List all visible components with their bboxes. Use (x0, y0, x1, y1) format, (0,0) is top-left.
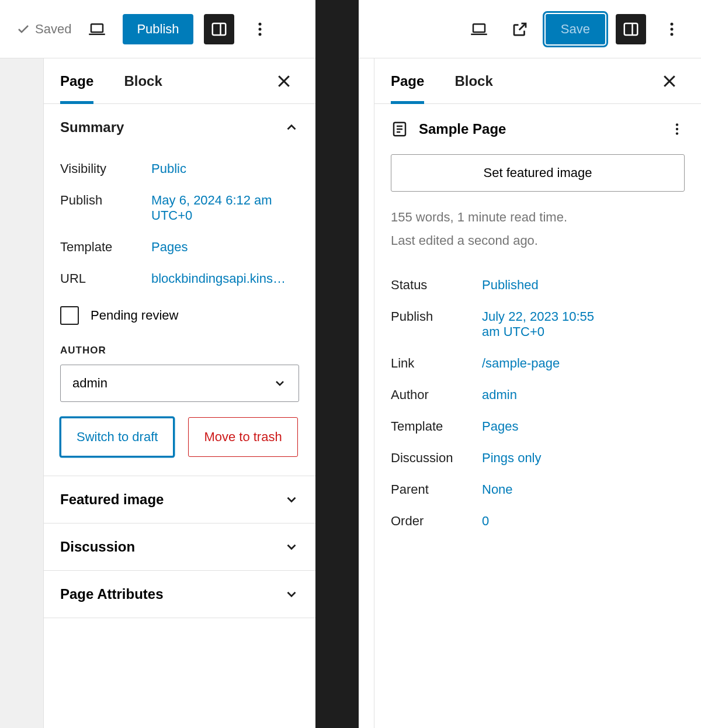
svg-point-14 (671, 27, 674, 30)
sidebar-toggle-button[interactable] (616, 14, 646, 44)
svg-point-13 (671, 22, 674, 25)
summary-section-toggle[interactable]: Summary (60, 119, 299, 136)
visibility-label: Visibility (60, 161, 151, 176)
laptop-icon (88, 20, 106, 38)
tab-block[interactable]: Block (454, 58, 492, 104)
author-heading: AUTHOR (60, 345, 299, 356)
laptop-icon (470, 20, 488, 38)
publish-label: Publish (391, 309, 482, 339)
external-link-icon (511, 20, 529, 38)
move-to-trash-button[interactable]: Move to trash (188, 417, 297, 457)
order-value[interactable]: 0 (482, 514, 685, 529)
order-label: Order (391, 514, 482, 529)
save-button[interactable]: Save (546, 14, 605, 44)
sidebar-toggle-button[interactable] (204, 14, 234, 44)
page-attributes-section-toggle[interactable]: Page Attributes (44, 571, 315, 618)
sidebar-icon (622, 20, 640, 38)
svg-point-23 (676, 128, 678, 130)
author-value[interactable]: admin (482, 387, 685, 403)
svg-point-15 (671, 33, 674, 36)
discussion-title: Discussion (60, 539, 135, 555)
chevron-down-icon (284, 492, 299, 507)
status-value[interactable]: Published (482, 278, 685, 293)
svg-rect-11 (624, 23, 638, 35)
set-featured-image-button[interactable]: Set featured image (391, 154, 685, 192)
check-icon (16, 22, 30, 36)
dots-vertical-icon (251, 20, 269, 38)
chevron-up-icon (284, 120, 299, 135)
svg-rect-2 (212, 23, 225, 35)
publish-label: Publish (60, 193, 151, 223)
discussion-section-toggle[interactable]: Discussion (44, 524, 315, 571)
parent-value[interactable]: None (482, 482, 685, 497)
tab-block[interactable]: Block (124, 58, 162, 104)
template-value[interactable]: Pages (151, 240, 299, 255)
page-actions-button[interactable] (669, 122, 685, 137)
summary-title: Summary (60, 119, 124, 136)
page-attributes-title: Page Attributes (60, 586, 163, 602)
template-label: Template (391, 419, 482, 434)
last-edited-text: Last edited a second ago. (391, 229, 685, 252)
page-title: Sample Page (419, 121, 506, 137)
publish-button[interactable]: Publish (123, 14, 193, 44)
visibility-value[interactable]: Public (151, 161, 299, 176)
svg-point-5 (258, 27, 261, 30)
author-select[interactable]: admin (60, 365, 299, 402)
svg-point-4 (258, 22, 261, 25)
switch-to-draft-button[interactable]: Switch to draft (60, 417, 174, 457)
tab-page[interactable]: Page (391, 58, 424, 104)
dots-vertical-icon (669, 122, 685, 137)
url-value[interactable]: blockbindingsapi.kins… (151, 271, 299, 286)
status-label: Status (391, 278, 482, 293)
parent-label: Parent (391, 482, 482, 497)
options-button[interactable] (245, 14, 275, 44)
svg-point-6 (258, 33, 261, 36)
svg-point-22 (676, 123, 678, 126)
svg-point-24 (676, 132, 678, 134)
view-button[interactable] (464, 14, 494, 44)
close-icon (275, 72, 293, 90)
tab-page[interactable]: Page (60, 58, 93, 104)
url-label: URL (60, 271, 151, 286)
pending-review-label: Pending review (91, 308, 178, 323)
close-panel-button[interactable] (269, 66, 299, 96)
publish-value[interactable]: May 6, 2024 6:12 am UTC+0 (151, 193, 280, 223)
divider (315, 0, 359, 728)
chevron-down-icon (284, 539, 299, 554)
featured-image-title: Featured image (60, 491, 164, 508)
word-count-text: 155 words, 1 minute read time. (391, 206, 685, 229)
dots-vertical-icon (663, 20, 681, 38)
template-value[interactable]: Pages (482, 419, 685, 434)
open-external-button[interactable] (505, 14, 535, 44)
svg-rect-0 (91, 24, 103, 32)
saved-label: Saved (35, 22, 71, 37)
link-label: Link (391, 356, 482, 371)
options-button[interactable] (657, 14, 687, 44)
chevron-down-icon (273, 376, 287, 390)
author-value: admin (72, 376, 107, 391)
featured-image-section-toggle[interactable]: Featured image (44, 476, 315, 524)
pending-review-checkbox[interactable] (60, 306, 79, 325)
chevron-down-icon (284, 587, 299, 602)
svg-rect-9 (473, 24, 485, 32)
page-icon (391, 120, 408, 138)
link-value[interactable]: /sample-page (482, 356, 685, 371)
discussion-label: Discussion (391, 450, 482, 466)
template-label: Template (60, 240, 151, 255)
view-button[interactable] (82, 14, 112, 44)
discussion-value[interactable]: Pings only (482, 450, 685, 466)
sidebar-icon (210, 20, 228, 38)
saved-indicator: Saved (16, 22, 71, 37)
author-label: Author (391, 387, 482, 403)
publish-value[interactable]: July 22, 2023 10:55 am UTC+0 (482, 309, 599, 339)
close-icon (661, 72, 678, 90)
close-panel-button[interactable] (654, 66, 685, 96)
